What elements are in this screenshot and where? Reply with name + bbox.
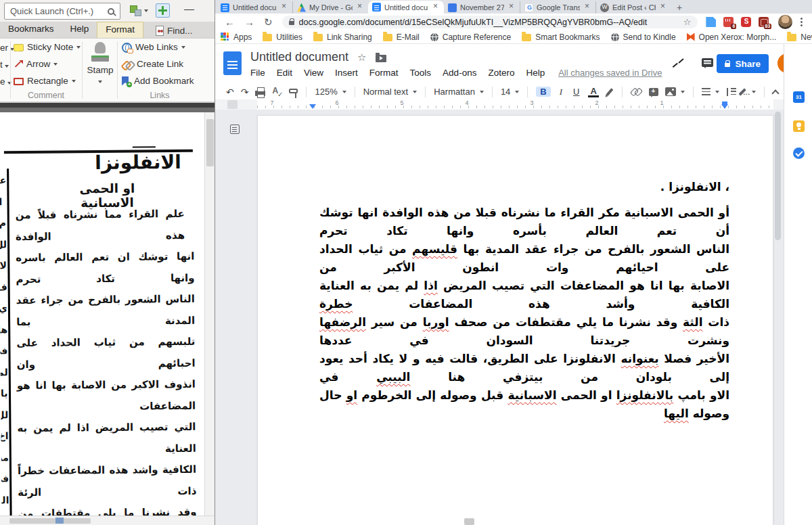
pdf-horizontal-scrollbar[interactable] — [0, 516, 215, 525]
ribbon-item-cut[interactable]: er — [0, 43, 14, 53]
font-select[interactable]: Harmattan — [434, 87, 484, 97]
bookmark-star-icon[interactable]: ☆ — [683, 17, 692, 27]
close-icon[interactable] — [508, 3, 516, 12]
browser-tab[interactable]: Edit Post ‹ Christ — [595, 1, 671, 14]
ribbon-item-web-links[interactable]: Web Links — [122, 42, 185, 53]
redo-button[interactable]: ↷ — [241, 87, 249, 97]
comments-icon[interactable] — [702, 58, 713, 67]
highlight-color-icon[interactable] — [606, 88, 613, 96]
indent-bar[interactable] — [722, 101, 727, 104]
bookmark-item[interactable]: Capture Reference — [430, 32, 511, 42]
minimize-button[interactable]: — — [184, 3, 194, 14]
spellcheck-icon[interactable] — [272, 87, 282, 97]
zoom-select[interactable]: 125% — [315, 87, 346, 97]
apps-shortcut[interactable]: Apps — [221, 32, 252, 42]
styles-select[interactable]: Normal text — [363, 87, 417, 97]
bookmark-item[interactable]: Link Sharing — [313, 32, 372, 42]
menu-edit[interactable]: Edit — [277, 68, 292, 78]
close-icon[interactable] — [432, 3, 440, 12]
move-to-folder-icon[interactable] — [376, 55, 386, 62]
extension-maroon-icon[interactable]: 83 — [759, 17, 769, 27]
add-comment-icon[interactable] — [649, 88, 658, 96]
document-canvas[interactable]: ، الانفلونزا . أو الحمى الاسبانية مكر ال… — [215, 110, 784, 525]
menu-insert[interactable]: Insert — [335, 68, 358, 78]
menu-zotero[interactable]: Zotero — [488, 68, 514, 78]
ribbon-tab-format[interactable]: Format — [97, 22, 143, 38]
close-icon[interactable] — [356, 3, 364, 12]
browser-tab[interactable]: Untitled docume — [217, 1, 292, 14]
browser-avatar[interactable] — [778, 15, 792, 29]
forward-icon[interactable]: → — [244, 16, 254, 28]
collapse-toolbar-icon[interactable] — [771, 89, 779, 97]
stamp-button[interactable]: Stamp — [85, 41, 115, 99]
url-text[interactable]: docs.google.com/document/d/15eCSelQkMjuf… — [299, 18, 679, 27]
menu-file[interactable]: File — [250, 68, 265, 78]
fit-page-icon[interactable] — [156, 3, 170, 18]
back-icon[interactable]: ← — [225, 16, 235, 28]
bookmark-item[interactable]: Utilities — [263, 32, 302, 42]
browser-tab[interactable]: Google Translate — [520, 1, 595, 14]
address-bar[interactable]: docs.google.com/document/d/15eCSelQkMjuf… — [282, 16, 698, 28]
insert-image-button[interactable] — [665, 87, 685, 96]
bookmark-item[interactable]: Smart Bookmarks — [522, 32, 600, 42]
reload-icon[interactable]: ↻ — [264, 16, 273, 28]
document-text[interactable]: ، الانفلونزا . أو الحمى الاسبانية مكر ال… — [319, 178, 729, 423]
ribbon-item-cut[interactable]: t — [0, 60, 9, 70]
ribbon-item-add-bookmark[interactable]: Add Bookmark — [122, 76, 194, 87]
scrollbar-thumb[interactable] — [206, 119, 214, 166]
document-stats-icon[interactable] — [673, 59, 685, 69]
view-modes-caret-icon[interactable] — [144, 9, 148, 12]
line-spacing-icon[interactable] — [726, 88, 736, 96]
calendar-icon[interactable]: 31 — [793, 91, 805, 103]
extension-red-grid-icon[interactable]: 6 — [723, 17, 734, 27]
ribbon-item-arrow[interactable]: Arrow — [14, 59, 58, 70]
undo-button[interactable]: ↶ — [226, 87, 234, 97]
close-icon[interactable] — [659, 3, 667, 12]
text-color-button[interactable]: A — [588, 87, 598, 97]
menu-help[interactable]: Help — [526, 68, 545, 78]
indent-marker-left[interactable] — [309, 104, 316, 109]
quick-launch-input[interactable]: Quick Launch (Ctrl+.) — [4, 3, 120, 20]
scrollbar-thumb[interactable] — [9, 518, 91, 524]
new-tab-button[interactable]: + — [677, 2, 682, 14]
tasks-icon[interactable] — [793, 147, 805, 159]
document-page[interactable]: ، الانفلونزا . أو الحمى الاسبانية مكر ال… — [257, 115, 773, 525]
underline-button[interactable]: U — [571, 87, 581, 97]
ribbon-tab-bookmarks[interactable]: Bookmarks — [0, 22, 62, 38]
insert-link-icon[interactable] — [631, 87, 642, 96]
ribbon-tab-help[interactable]: Help — [62, 22, 97, 38]
docs-logo-icon[interactable] — [223, 51, 242, 75]
font-size-select[interactable]: 14 — [501, 87, 519, 97]
browser-menu-icon[interactable] — [800, 21, 803, 23]
bookmark-item[interactable]: Send to Kindle — [611, 32, 676, 42]
print-icon[interactable] — [255, 91, 265, 96]
indent-marker-right[interactable] — [721, 104, 728, 109]
extension-red-s-icon[interactable] — [741, 17, 751, 27]
browser-tab[interactable]: Untitled docume — [368, 1, 444, 14]
editing-mode-button[interactable] — [738, 87, 756, 96]
bold-button[interactable]: B — [536, 87, 550, 97]
italic-button[interactable]: I — [558, 87, 564, 97]
paint-format-icon[interactable] — [289, 89, 298, 93]
document-outline-icon[interactable] — [230, 124, 240, 134]
document-title[interactable]: Untitled document — [250, 50, 348, 64]
share-button[interactable]: Share — [717, 54, 769, 73]
find-button[interactable]: Find... — [156, 22, 193, 38]
star-icon[interactable]: ☆ — [357, 51, 366, 64]
close-icon[interactable] — [583, 3, 591, 12]
close-icon[interactable] — [280, 3, 288, 12]
bookmark-item[interactable]: Open Xerox: Morph... — [687, 32, 777, 42]
menu-view[interactable]: View — [304, 68, 323, 78]
ruler[interactable]: 7654321 — [215, 99, 812, 110]
menu-format[interactable]: Format — [369, 68, 399, 78]
bookmark-item[interactable]: E-Mail — [383, 32, 420, 42]
extension-blue-page-icon[interactable] — [706, 17, 716, 27]
browser-tab[interactable]: November 27 - L — [444, 1, 520, 14]
align-button[interactable] — [702, 88, 719, 95]
pdf-vertical-scrollbar[interactable] — [204, 112, 215, 516]
ribbon-item-create-link[interactable]: Create Link — [122, 59, 183, 70]
keep-icon[interactable] — [793, 120, 805, 132]
menu-add-ons[interactable]: Add-ons — [443, 68, 476, 78]
browser-tab[interactable]: My Drive - Goog — [292, 1, 368, 14]
menu-tools[interactable]: Tools — [410, 68, 432, 78]
